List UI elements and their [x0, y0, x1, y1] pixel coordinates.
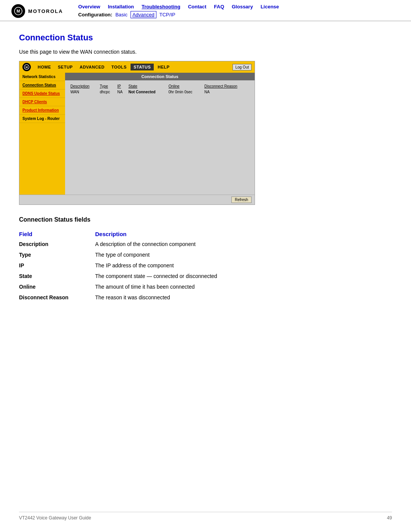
field-name: Online — [19, 281, 95, 292]
fields-section-title: Connection Status fields — [19, 216, 392, 223]
field-desc: The reason it was disconnected — [95, 292, 392, 303]
table-row: WAN dhcpc NA Not Connected 0hr 0min 0sec… — [69, 89, 251, 95]
table-header-row: Description Type IP State Online Disconn… — [69, 83, 251, 89]
field-desc: The amount of time it has been connected — [95, 281, 392, 292]
nav-glossary[interactable]: Glossary — [232, 4, 253, 10]
router-nav-help[interactable]: HELP — [155, 64, 172, 70]
router-ui: M HOME SETUP ADVANCED TOOLS STATUS HELP … — [19, 61, 255, 205]
field-desc: The type of component — [95, 249, 392, 260]
page-title: Connection Status — [19, 33, 392, 43]
col-description: Description — [69, 83, 98, 89]
router-footer: Refresh — [19, 195, 255, 204]
col-online: Online — [167, 83, 203, 89]
field-desc: The IP address of the component — [95, 260, 392, 271]
cell-ip: NA — [116, 89, 127, 95]
fields-table-row: Online The amount of time it has been co… — [19, 281, 392, 292]
svg-text:M: M — [16, 9, 20, 13]
sidebar-network-statistics[interactable]: Network Statistics — [19, 73, 65, 81]
page-description: Use this page to view the WAN connection… — [19, 49, 392, 55]
fields-section: Connection Status fields Field Descripti… — [19, 216, 392, 303]
footer-page-number: 49 — [387, 515, 392, 521]
logout-button[interactable]: Log Out — [233, 64, 252, 70]
nav-license[interactable]: License — [261, 4, 279, 10]
nav-basic[interactable]: Basic — [115, 12, 127, 18]
fields-table-row: State The component state — connected or… — [19, 271, 392, 281]
col-type: Type — [98, 83, 116, 89]
cell-state: Not Connected — [127, 89, 167, 95]
field-name: State — [19, 271, 95, 281]
page-footer: VT2442 Voice Gateway User Guide 49 — [19, 512, 392, 521]
fields-table-row: Disconnect Reason The reason it was disc… — [19, 292, 392, 303]
router-nav-items: HOME SETUP ADVANCED TOOLS STATUS HELP Lo… — [35, 64, 252, 70]
footer-left: VT2442 Voice Gateway User Guide — [19, 515, 91, 521]
sidebar-product-info[interactable]: Product Information — [19, 106, 65, 115]
motorola-text: MOTOROLA — [28, 8, 63, 14]
motorola-logo-icon: M — [11, 4, 25, 18]
router-nav-advanced[interactable]: ADVANCED — [76, 64, 108, 70]
nav-top: Overview Installation Troubleshooting Co… — [78, 4, 279, 10]
sidebar-connection-status[interactable]: Connection Status — [19, 81, 65, 89]
sidebar-dhcp-clients[interactable]: DHCP Clients — [19, 98, 65, 106]
col-state: State — [127, 83, 167, 89]
router-content-body: Description Type IP State Online Disconn… — [65, 80, 255, 98]
nav-area: Overview Installation Troubleshooting Co… — [78, 4, 279, 18]
svg-text:M: M — [25, 66, 28, 69]
cell-online: 0hr 0min 0sec — [167, 89, 203, 95]
col-ip: IP — [116, 83, 127, 89]
field-desc: The component state — connected or disco… — [95, 271, 392, 281]
nav-faq[interactable]: FAQ — [214, 4, 224, 10]
router-body: Network Statistics Connection Status DDN… — [19, 73, 255, 195]
logo-area: M MOTOROLA — [11, 4, 63, 18]
router-content-title: Connection Status — [65, 73, 255, 80]
cell-type: dhcpc — [98, 89, 116, 95]
fields-table: Field Description Description A descript… — [19, 229, 392, 303]
refresh-button[interactable]: Refresh — [231, 197, 252, 203]
nav-contact[interactable]: Contact — [188, 4, 206, 10]
page-header: M MOTOROLA Overview Installation Trouble… — [0, 0, 411, 21]
cell-description: WAN — [69, 89, 98, 95]
field-name: Disconnect Reason — [19, 292, 95, 303]
nav-troubleshooting[interactable]: Troubleshooting — [142, 4, 180, 10]
router-nav-home[interactable]: HOME — [35, 64, 54, 70]
fields-table-row: Type The type of component — [19, 249, 392, 260]
fields-table-row: Description A description of the connect… — [19, 239, 392, 249]
router-sidebar: Network Statistics Connection Status DDN… — [19, 73, 65, 195]
router-logo-icon: M — [22, 63, 31, 71]
router-main-area: Connection Status Description Type IP St… — [65, 73, 255, 195]
connection-table: Description Type IP State Online Disconn… — [69, 83, 251, 95]
fields-table-row: IP The IP address of the component — [19, 260, 392, 271]
field-name: Type — [19, 249, 95, 260]
field-name: Description — [19, 239, 95, 249]
main-content: Connection Status Use this page to view … — [0, 21, 411, 314]
col-disconnect-reason: Disconnect Reason — [203, 83, 251, 89]
cell-disconnect-reason: NA — [203, 89, 251, 95]
fields-header-row: Field Description — [19, 229, 392, 239]
nav-installation[interactable]: Installation — [108, 4, 134, 10]
sidebar-ddns-update[interactable]: DDNS Update Status — [19, 89, 65, 98]
fields-col-description: Description — [95, 229, 392, 239]
nav-overview[interactable]: Overview — [78, 4, 100, 10]
router-nav-status[interactable]: STATUS — [131, 64, 154, 70]
router-nav-tools[interactable]: TOOLS — [108, 64, 130, 70]
fields-col-field: Field — [19, 229, 95, 239]
field-name: IP — [19, 260, 95, 271]
nav-advanced[interactable]: Advanced — [131, 11, 156, 18]
router-navbar: M HOME SETUP ADVANCED TOOLS STATUS HELP … — [19, 61, 255, 73]
router-nav-setup[interactable]: SETUP — [55, 64, 76, 70]
sidebar-system-log[interactable]: System Log - Router — [19, 115, 65, 123]
field-desc: A description of the connection componen… — [95, 239, 392, 249]
nav-bottom: Configuration: Basic Advanced TCP/IP — [78, 11, 279, 18]
nav-tcpip[interactable]: TCP/IP — [159, 12, 175, 18]
config-label: Configuration: — [78, 12, 113, 18]
